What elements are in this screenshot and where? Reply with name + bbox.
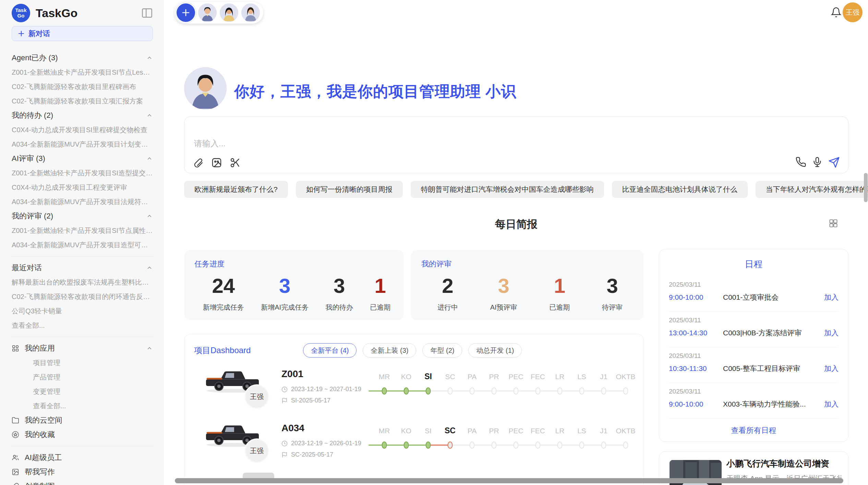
sidebar-item-label: 我的收藏 (25, 430, 153, 440)
filter-chip-platform[interactable]: 全新平台 (4) (303, 343, 357, 358)
milestone-progress-line (369, 390, 428, 391)
scissors-icon[interactable] (230, 157, 241, 168)
app-window: Task Go TaskGo 新对话 Agent已办 (3) Z001-全新燃油… (0, 0, 868, 485)
suggestion-chip[interactable]: 比亚迪全固态电池计划具体说了什么 (612, 181, 748, 198)
app-logo: Task Go (12, 4, 30, 22)
sidebar-item-creative-drawing[interactable]: 创意制图 (12, 479, 153, 485)
app-link-product-mgmt[interactable]: 产品管理 (12, 370, 153, 384)
sidebar-item[interactable]: C0X4-动力总成开发项目SI里程碑提交物检查 (12, 123, 153, 137)
section-header-ai-review[interactable]: AI评审 (3) (12, 151, 153, 166)
section-header-agent-done[interactable]: Agent已办 (3) (12, 51, 153, 65)
assistant-avatar[interactable] (241, 3, 260, 22)
milestone-dot-KO (404, 387, 409, 395)
sidebar-item-ai-super-staff[interactable]: AI超级员工 (12, 450, 153, 465)
suggestion-chip[interactable]: 特朗普可能对进口汽车增税会对中国车企造成哪些影响 (411, 181, 604, 198)
milestone-label-MR: MR (379, 373, 390, 381)
app-link-change-mgmt[interactable]: 变更管理 (12, 384, 153, 399)
paperclip-icon[interactable] (193, 157, 204, 168)
section-header-my-review[interactable]: 我的评审 (2) (12, 209, 153, 223)
image-icon[interactable] (211, 157, 222, 168)
stat-in-progress: 2进行中 (437, 275, 458, 312)
milestone-label-OKTB: OKTB (616, 427, 635, 435)
logo-line1: Task (15, 8, 26, 13)
suggestion-chip[interactable]: 欧洲新规最近颁布了什么? (184, 181, 288, 198)
recent-chat-item[interactable]: C02-飞腾新能源轻客改款项目的闭环通告反馈情况 (12, 289, 153, 304)
project-row[interactable]: 王强 Z001 2023-12-19 ~ 2027-01-19 SI-2025-… (194, 364, 635, 419)
sidebar-item[interactable]: C0X4-动力总成开发项目工程变更评审 (12, 180, 153, 195)
join-meeting-link[interactable]: 加入 (824, 399, 839, 409)
user-avatar[interactable]: 王强 (843, 2, 863, 22)
sidebar-item[interactable]: A034-全新新能源MUV产品开发项目计划变更表编写 (12, 137, 153, 151)
app-link-project-mgmt[interactable]: 项目管理 (12, 356, 153, 370)
sidebar-item-help-me-write[interactable]: 帮我写作 (12, 465, 153, 479)
mic-icon[interactable] (812, 157, 823, 168)
join-meeting-link[interactable]: 加入 (824, 328, 839, 338)
view-all-schedule-link[interactable]: 查看所有日程 (659, 425, 848, 436)
join-meeting-link[interactable]: 加入 (824, 364, 839, 373)
sidebar-item[interactable]: A034-全新新能源MUV产品开发项目造型可行性评审 (12, 238, 153, 252)
notifications-bell-icon[interactable] (831, 7, 842, 19)
milestone-label-OKTB: OKTB (616, 373, 635, 381)
milestone-label-J1: J1 (600, 373, 607, 381)
sidebar-item-cloud-space[interactable]: 我的云空间 (12, 413, 153, 427)
milestone-label-SC: SC (445, 426, 456, 435)
vertical-scrollbar[interactable] (864, 173, 868, 202)
sidebar-item[interactable]: Z001-全新燃油轻卡产品开发项目SI造型提交物评审 (12, 166, 153, 180)
new-chat-button[interactable]: 新对话 (12, 26, 153, 41)
suggestion-chip[interactable]: 当下年轻人对汽车外观有怎样的喜好趋势 (756, 181, 868, 198)
milestone-dot-LR (557, 387, 563, 395)
recent-chat-item[interactable]: 解释最新出台的欧盟报废车法规再生塑料比例被调至15%... (12, 275, 153, 289)
recent-chat-item[interactable]: 公司Q3轻卡销量 (12, 304, 153, 318)
filter-chip-powertrain[interactable]: 动总开发 (1) (468, 343, 522, 358)
milestone-label-PR: PR (489, 427, 499, 435)
section-header-my-todo[interactable]: 我的待办 (2) (12, 108, 153, 123)
suggestion-chip[interactable]: 如何写一份清晰的项目周报 (296, 181, 403, 198)
milestone-dot-PR (492, 387, 497, 395)
project-row[interactable]: 王强 A034 2023-12-19 ~ 2026-01-19 SC-2025-… (194, 419, 635, 473)
chat-input[interactable]: 请输入... (184, 116, 848, 173)
milestone-track: MRKOSISCPAPRPECFECLRLSJ1OKTB (373, 364, 637, 419)
view-all-chats-link[interactable]: 查看全部... (12, 318, 153, 333)
project-name: A034 (281, 423, 304, 434)
sidebar-item-favorites[interactable]: 我的收藏 (12, 427, 153, 442)
project-date-range: 2023-12-19 ~ 2027-01-19 (291, 386, 361, 393)
sidebar: Task Go TaskGo 新对话 Agent已办 (3) Z001-全新燃油… (0, 0, 164, 485)
assistant-avatar[interactable] (220, 3, 238, 22)
schedule-date: 2025/03/11 (669, 352, 701, 360)
panel-toggle-icon[interactable] (141, 8, 153, 18)
milestone-label-LS: LS (577, 427, 586, 435)
assistant-avatar[interactable] (198, 3, 217, 22)
layout-grid-icon[interactable] (829, 219, 838, 229)
milestone-dot-PEC (514, 387, 519, 395)
phone-call-icon[interactable] (795, 157, 806, 168)
view-all-apps-link[interactable]: 查看全部... (12, 399, 153, 413)
chevron-up-icon (146, 345, 153, 352)
milestone-dot-MR (382, 387, 387, 395)
send-icon[interactable] (828, 157, 840, 168)
star-icon (12, 431, 19, 438)
sidebar-item-my-apps[interactable]: 我的应用 (12, 341, 153, 356)
sidebar-item[interactable]: A034-全新新能源MUV产品开发项目法规符合性评审 (12, 195, 153, 209)
filter-chip-upfit[interactable]: 全新上装 (3) (363, 343, 416, 358)
add-assistant-button[interactable] (177, 3, 195, 22)
chat-input-placeholder: 请输入... (194, 138, 226, 149)
sidebar-item[interactable]: C02-飞腾新能源轻客改款项目里程碑画布 (12, 79, 153, 94)
project-date-range: 2023-12-19 ~ 2026-01-19 (291, 440, 361, 447)
section-header-recent-chats[interactable]: 最近对话 (12, 261, 153, 275)
sidebar-item[interactable]: Z001-全新燃油轻卡产品开发项目SI节点属性5D文件评审 (12, 223, 153, 238)
join-meeting-link[interactable]: 加入 (824, 293, 839, 302)
greeting-text: 你好，王强，我是你的项目管理助理 小识 (234, 82, 516, 102)
sidebar-item[interactable]: C02-飞腾新能源轻客改款项目立项汇报方案 (12, 94, 153, 108)
filter-chip-model-year[interactable]: 年型 (2) (422, 343, 462, 358)
horizontal-scrollbar[interactable] (175, 478, 843, 483)
milestone-label-KO: KO (401, 373, 411, 381)
plus-icon (18, 30, 24, 37)
milestone-dot-OKTB (623, 387, 628, 395)
milestone-dot-KO (404, 442, 409, 449)
clock-icon (281, 386, 288, 393)
divider (12, 256, 153, 257)
milestone-label-FEC: FEC (531, 427, 545, 435)
sidebar-item[interactable]: Z001-全新燃油皮卡产品开发项目SI节点Lesson Learn报告 (12, 65, 153, 79)
apps-grid-icon (12, 345, 19, 352)
milestone-label-PA: PA (468, 427, 477, 435)
